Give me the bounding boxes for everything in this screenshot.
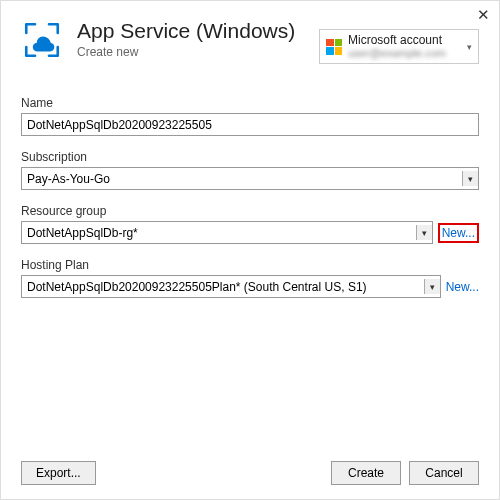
dialog-title: App Service (Windows) bbox=[77, 19, 295, 43]
chevron-down-icon: ▾ bbox=[424, 279, 440, 294]
account-picker[interactable]: Microsoft account user@example.com ▾ bbox=[319, 29, 479, 64]
dialog-footer: Export... Create Cancel bbox=[1, 447, 499, 499]
form: Name Subscription Pay-As-You-Go ▾ Resour… bbox=[1, 76, 499, 298]
microsoft-logo-icon bbox=[326, 39, 342, 55]
chevron-down-icon: ▾ bbox=[416, 225, 432, 240]
dialog-header: App Service (Windows) Create new Microso… bbox=[1, 1, 499, 76]
new-hosting-plan-link[interactable]: New... bbox=[446, 280, 479, 294]
name-input[interactable] bbox=[21, 113, 479, 136]
hosting-plan-select[interactable]: DotNetAppSqlDb20200923225505Plan* (South… bbox=[21, 275, 441, 298]
hosting-plan-label: Hosting Plan bbox=[21, 258, 479, 272]
subscription-select[interactable]: Pay-As-You-Go ▾ bbox=[21, 167, 479, 190]
dialog-subtitle: Create new bbox=[77, 45, 295, 59]
chevron-down-icon: ▾ bbox=[462, 171, 478, 186]
hosting-plan-value: DotNetAppSqlDb20200923225505Plan* (South… bbox=[27, 280, 367, 294]
new-resource-group-link[interactable]: New... bbox=[438, 223, 479, 243]
create-button[interactable]: Create bbox=[331, 461, 401, 485]
app-service-icon bbox=[21, 19, 63, 64]
resource-group-select[interactable]: DotNetAppSqlDb-rg* ▾ bbox=[21, 221, 433, 244]
subscription-label: Subscription bbox=[21, 150, 479, 164]
account-email: user@example.com bbox=[348, 47, 446, 59]
export-button[interactable]: Export... bbox=[21, 461, 96, 485]
subscription-value: Pay-As-You-Go bbox=[27, 172, 110, 186]
cancel-button[interactable]: Cancel bbox=[409, 461, 479, 485]
resource-group-value: DotNetAppSqlDb-rg* bbox=[27, 226, 138, 240]
chevron-down-icon: ▾ bbox=[467, 42, 472, 52]
account-label: Microsoft account bbox=[348, 34, 446, 47]
name-label: Name bbox=[21, 96, 479, 110]
resource-group-label: Resource group bbox=[21, 204, 479, 218]
